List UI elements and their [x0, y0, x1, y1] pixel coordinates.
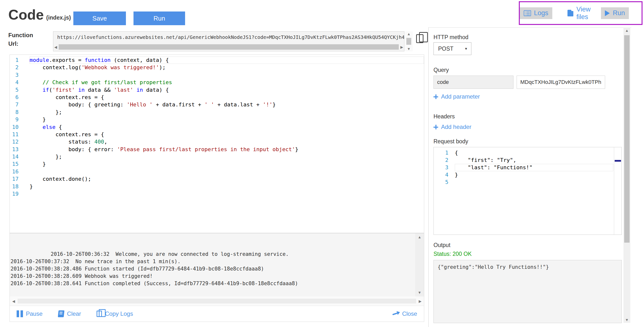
- run-toggle-button[interactable]: Run: [601, 7, 629, 19]
- scroll-right-icon[interactable]: ▶: [418, 299, 422, 303]
- scroll-left-icon[interactable]: ◀: [54, 45, 57, 49]
- scroll-down-icon[interactable]: ▼: [407, 47, 411, 51]
- scroll-down-icon[interactable]: ▼: [625, 318, 629, 322]
- code-line[interactable]: 13 body: { error: 'Please pass first/las…: [10, 146, 424, 153]
- logs-toggle-button[interactable]: Logs: [520, 7, 552, 19]
- scrollbar-thumb[interactable]: [59, 44, 399, 50]
- code-text: }: [455, 171, 613, 178]
- run-button[interactable]: Run: [134, 12, 185, 25]
- copy-url-icon[interactable]: [416, 34, 424, 43]
- code-line[interactable]: 2 "first": "Try",: [434, 156, 622, 164]
- add-parameter-button[interactable]: Add parameter: [434, 93, 480, 100]
- scroll-up-icon[interactable]: ▲: [625, 28, 629, 32]
- code-text: body: { greeting: 'Hello ' + data.first …: [30, 101, 424, 108]
- scrollbar-thumb[interactable]: [624, 35, 630, 242]
- code-text: [30, 72, 424, 79]
- code-line[interactable]: 15 }: [10, 160, 424, 168]
- code-line[interactable]: 8 };: [10, 108, 424, 116]
- code-line[interactable]: 1module.exports = function (context, dat…: [10, 56, 424, 64]
- run-toggle-label: Run: [613, 9, 625, 17]
- panel-vertical-scrollbar[interactable]: ▲ ▼: [624, 28, 630, 323]
- code-line[interactable]: 17 context.done();: [10, 175, 424, 183]
- code-line[interactable]: 4 // Check if we got first/last properti…: [10, 79, 424, 86]
- code-line[interactable]: 2 context.log('Webhook was triggered!');: [10, 64, 424, 71]
- code-line[interactable]: 18}: [10, 183, 424, 190]
- code-text: "last": "Functions!": [455, 164, 613, 171]
- code-line[interactable]: 5 if('first' in data && 'last' in data) …: [10, 86, 424, 94]
- code-line[interactable]: 14 };: [10, 153, 424, 160]
- copy-logs-button[interactable]: Copy Logs: [96, 310, 133, 317]
- code-line[interactable]: 4}: [434, 171, 622, 178]
- clear-logs-button[interactable]: Clear: [58, 310, 81, 317]
- code-text: [30, 168, 424, 175]
- close-logs-button[interactable]: Close: [392, 310, 417, 317]
- function-url-vertical-scrollbar[interactable]: ▲ ▼: [405, 31, 413, 51]
- output-box[interactable]: {"greeting":"Hello Try Functions!!"}: [434, 260, 622, 323]
- code-text: };: [30, 108, 424, 116]
- save-button[interactable]: Save: [73, 12, 126, 25]
- code-line[interactable]: 16: [10, 168, 424, 175]
- function-url-box[interactable]: https://ilovefunctions.azurewebsites.net…: [53, 31, 404, 51]
- code-line[interactable]: 19: [10, 190, 424, 198]
- query-param-value-input[interactable]: [516, 76, 605, 89]
- scroll-left-icon[interactable]: ◀: [12, 299, 15, 303]
- logs-toggle-label: Logs: [534, 9, 548, 17]
- function-url-horizontal-scrollbar[interactable]: ◀ ▶: [54, 44, 403, 50]
- copy-logs-label: Copy Logs: [105, 310, 133, 317]
- code-text: if('first' in data && 'last' in data) {: [30, 86, 424, 94]
- code-line[interactable]: 3: [10, 72, 424, 79]
- folder-icon: [568, 11, 574, 16]
- add-header-button[interactable]: Add header: [434, 124, 472, 130]
- code-line[interactable]: 11 context.res = {: [10, 131, 424, 138]
- code-line[interactable]: 10 else {: [10, 124, 424, 131]
- code-lines: 1module.exports = function (context, dat…: [10, 56, 424, 198]
- scrollbar-thumb[interactable]: [406, 38, 411, 45]
- view-files-button[interactable]: View files: [568, 6, 597, 21]
- scroll-up-icon[interactable]: ▲: [407, 32, 411, 36]
- code-text: }: [30, 160, 424, 168]
- code-line[interactable]: 9 }: [10, 116, 424, 123]
- scroll-right-icon[interactable]: ▶: [400, 45, 403, 49]
- line-number: 1: [434, 149, 448, 156]
- request-body-label: Request body: [434, 138, 468, 145]
- scroll-up-icon[interactable]: ▲: [418, 235, 420, 239]
- line-number: 13: [10, 146, 18, 153]
- code-line[interactable]: 5: [434, 178, 622, 186]
- code-text: {: [455, 149, 613, 156]
- line-number: 10: [10, 124, 18, 131]
- query-param-key-input[interactable]: [434, 76, 514, 89]
- add-header-label: Add header: [441, 124, 472, 130]
- scroll-down-icon[interactable]: ▼: [418, 291, 420, 294]
- overview-ruler: [614, 147, 614, 234]
- scrollbar-thumb[interactable]: [18, 299, 416, 304]
- logs-vertical-scrollbar[interactable]: ▲ ▼: [415, 233, 424, 296]
- code-text: context.done();: [30, 175, 424, 183]
- page-title: Code(index.js): [8, 6, 71, 23]
- test-panel: HTTP method POST ▼ Query Add parameter H…: [428, 28, 631, 327]
- code-editor[interactable]: 1module.exports = function (context, dat…: [10, 54, 424, 233]
- log-line: 2016-10-26T00:38:28.486 Function started…: [10, 265, 414, 272]
- code-text: [455, 178, 613, 186]
- logs-output[interactable]: 2016-10-26T00:36:32 Welcome, you are now…: [10, 233, 424, 296]
- arrow-right-icon: [392, 312, 397, 315]
- request-body-editor[interactable]: 1{2 "first": "Try",3 "last": "Functions!…: [434, 147, 622, 235]
- code-line[interactable]: 12 status: 400,: [10, 138, 424, 146]
- view-files-label: View files: [576, 6, 596, 21]
- log-line: 2016-10-26T00:36:32 Welcome, you are now…: [10, 250, 414, 258]
- code-line[interactable]: 1{: [434, 149, 622, 156]
- code-line[interactable]: 7 body: { greeting: 'Hello ' + data.firs…: [10, 101, 424, 108]
- line-number: 9: [10, 116, 18, 123]
- query-label: Query: [434, 67, 449, 73]
- log-line: 2016-10-26T00:38:28.641 Function complet…: [10, 280, 414, 287]
- http-method-select[interactable]: POST ▼: [434, 42, 472, 55]
- code-line[interactable]: 3 "last": "Functions!": [434, 164, 622, 171]
- add-parameter-label: Add parameter: [441, 93, 480, 100]
- logs-horizontal-scrollbar[interactable]: ◀ ▶: [10, 296, 424, 306]
- code-text: context.log('Webhook was triggered!');: [30, 64, 424, 71]
- clear-label: Clear: [67, 310, 81, 317]
- function-url-value[interactable]: https://ilovefunctions.azurewebsites.net…: [53, 32, 404, 40]
- code-text: };: [30, 153, 424, 160]
- headers-label: Headers: [434, 113, 455, 120]
- pause-logs-button[interactable]: Pause: [17, 310, 42, 317]
- code-line[interactable]: 6 context.res = {: [10, 94, 424, 101]
